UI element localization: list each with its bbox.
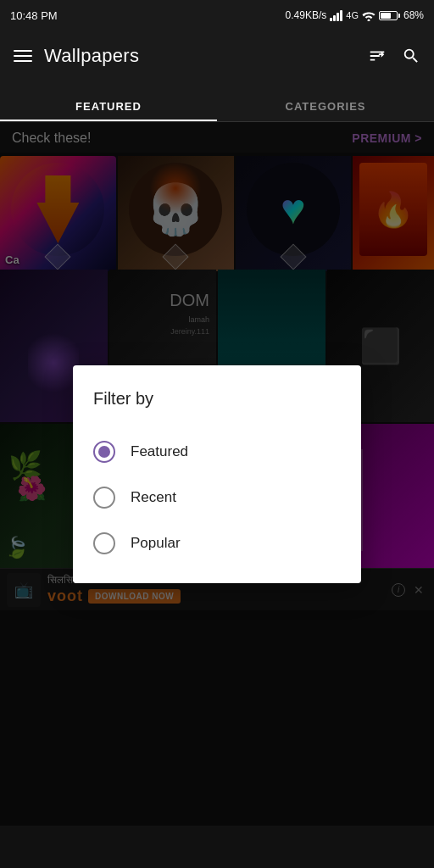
radio-label-recent: Recent [131, 489, 176, 506]
battery-icon [379, 11, 400, 20]
tab-categories[interactable]: CATEGORIES [217, 100, 434, 121]
tab-featured[interactable]: FEATURED [0, 100, 217, 121]
status-right: 0.49KB/s 4G 68% [286, 9, 424, 21]
radio-featured[interactable]: Featured [93, 429, 341, 475]
radio-recent[interactable]: Recent [93, 475, 341, 520]
app-bar-right [368, 47, 420, 65]
radio-circle-featured [93, 441, 115, 463]
search-icon[interactable] [402, 47, 420, 65]
wifi-icon [362, 9, 376, 21]
radio-inner-featured [98, 446, 110, 458]
status-time: 10:48 PM [10, 9, 58, 22]
app-bar-left: Wallpapers [14, 45, 139, 67]
filter-dialog-overlay[interactable]: Filter by Featured Recent Popular [0, 122, 434, 826]
dialog-title: Filter by [93, 389, 341, 409]
tabs-bar: FEATURED CATEGORIES [0, 81, 434, 122]
network-type: 4G [346, 10, 359, 20]
app-bar: Wallpapers [0, 31, 434, 81]
radio-circle-popular [93, 532, 115, 554]
menu-icon[interactable] [14, 50, 32, 62]
app-title: Wallpapers [44, 45, 139, 67]
filter-icon[interactable] [368, 47, 387, 65]
radio-label-popular: Popular [131, 535, 181, 552]
radio-popular[interactable]: Popular [93, 520, 341, 566]
signal-bars [330, 9, 342, 21]
radio-circle-recent [93, 487, 115, 509]
status-bar: 10:48 PM 0.49KB/s 4G 68% [0, 0, 434, 31]
filter-dialog: Filter by Featured Recent Popular [73, 365, 361, 583]
network-speed: 0.49KB/s [286, 9, 327, 21]
radio-label-featured: Featured [131, 443, 188, 460]
content-area: Check these! PREMIUM > Ca 💀 ♥ 🔥 [0, 122, 434, 826]
battery-percent: 68% [403, 9, 424, 21]
